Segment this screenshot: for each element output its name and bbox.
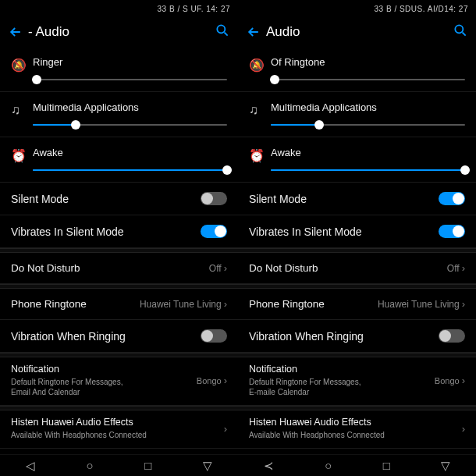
slider-icon: ♫ (249, 101, 271, 117)
nav-button[interactable]: □ (383, 459, 390, 472)
vibrate-silent-row[interactable]: Vibrates In Silent Mode (238, 215, 476, 248)
slider-icon: ⏰ (249, 147, 271, 163)
dnd-row[interactable]: Do Not Disturb Off› (0, 253, 238, 284)
huawei-audio-row[interactable]: Histen Huawei Audio Effects Available Wi… (238, 410, 476, 449)
header: - Audio (0, 17, 238, 47)
header: Audio (238, 17, 476, 47)
svg-point-0 (217, 25, 225, 33)
svg-point-1 (455, 25, 463, 33)
volume-slider[interactable] (33, 118, 227, 132)
search-icon[interactable] (215, 23, 230, 41)
vibration-ringing-row[interactable]: Vibration When Ringing (0, 320, 238, 353)
silent-mode-toggle[interactable] (201, 192, 227, 205)
chevron-right-icon: › (462, 262, 465, 274)
search-icon[interactable] (453, 23, 468, 41)
phone-ringtone-row[interactable]: Phone Ringtone Huawei Tune Living› (238, 289, 476, 320)
slider-label: Awake (33, 147, 227, 158)
chevron-right-icon: › (462, 298, 465, 310)
vibrate-silent-row[interactable]: Vibrates In Silent Mode (0, 215, 238, 248)
nav-button[interactable]: ▽ (441, 459, 450, 473)
back-button[interactable] (246, 24, 261, 40)
status-bar: 33 B / S UF. 14: 27 (0, 0, 238, 17)
notification-row[interactable]: Notification Default Ringtone For Messag… (0, 357, 238, 406)
slider-label: Awake (271, 147, 465, 158)
slider-label: Multimedia Applications (271, 101, 465, 113)
slider-icon: 🔕 (11, 56, 33, 73)
chevron-right-icon: › (462, 375, 465, 386)
nav-button[interactable]: □ (144, 459, 151, 472)
slider-icon: ♫ (11, 101, 33, 117)
slider-label: Of Ringtone (271, 56, 465, 68)
volume-slider[interactable] (271, 163, 465, 177)
chevron-right-icon: › (224, 262, 227, 274)
phone-ringtone-row[interactable]: Phone Ringtone Huawei Tune Living› (0, 289, 238, 320)
vibrate-silent-toggle[interactable] (201, 225, 227, 238)
slider-icon: 🔕 (249, 56, 271, 73)
vibration-ringing-toggle[interactable] (201, 329, 227, 343)
slider-icon: ⏰ (11, 147, 33, 163)
nav-button[interactable]: ◁ (26, 459, 35, 473)
notification-row[interactable]: Notification Default Ringtone For Messag… (238, 357, 476, 406)
nav-button[interactable]: ▽ (203, 459, 212, 473)
page-title: Audio (266, 24, 300, 40)
nav-bar: ◁○□▽ (0, 454, 238, 476)
silent-mode-row[interactable]: Silent Mode (0, 183, 238, 215)
nav-button[interactable]: ○ (325, 459, 332, 472)
volume-slider[interactable] (271, 73, 465, 87)
nav-button[interactable]: ≺ (264, 459, 274, 473)
slider-label: Ringer (33, 56, 227, 68)
huawei-audio-row[interactable]: Histen Huawei Audio Effects Available Wi… (0, 410, 238, 449)
silent-mode-toggle[interactable] (439, 192, 465, 205)
silent-mode-row[interactable]: Silent Mode (238, 183, 476, 215)
back-button[interactable] (8, 24, 23, 40)
dnd-row[interactable]: Do Not Disturb Off› (238, 253, 476, 284)
chevron-right-icon: › (224, 298, 227, 310)
volume-slider[interactable] (271, 118, 465, 132)
page-title: - Audio (28, 24, 69, 40)
chevron-right-icon: › (224, 423, 227, 435)
nav-button[interactable]: ○ (87, 459, 94, 472)
chevron-right-icon: › (462, 423, 465, 435)
volume-slider[interactable] (33, 73, 227, 87)
volume-slider[interactable] (33, 163, 227, 177)
vibration-ringing-toggle[interactable] (439, 329, 465, 343)
chevron-right-icon: › (224, 375, 227, 386)
nav-bar: ≺○□▽ (238, 454, 476, 476)
vibration-ringing-row[interactable]: Vibration When Ringing (238, 320, 476, 353)
slider-label: Multimedia Applications (33, 101, 227, 113)
status-bar: 33 B / SDUS. AI/D14: 27 (238, 0, 476, 17)
vibrate-silent-toggle[interactable] (439, 225, 465, 238)
